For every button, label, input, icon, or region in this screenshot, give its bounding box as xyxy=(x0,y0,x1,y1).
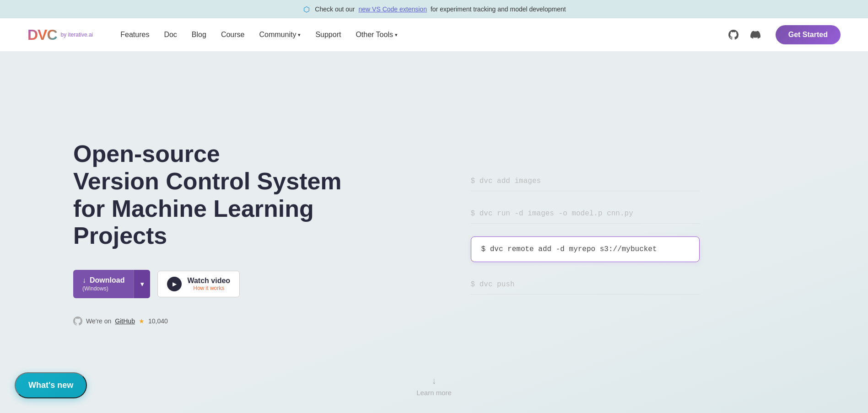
nav-course[interactable]: Course xyxy=(221,31,245,39)
terminal-line-4: $ dvc push xyxy=(471,275,700,295)
learn-more[interactable]: ↓ Learn more xyxy=(416,375,452,397)
nav-community[interactable]: Community ▾ xyxy=(259,31,301,39)
hero-left: Open-source Version Control System for M… xyxy=(73,140,348,326)
terminal-line-2: $ dvc run -d images -o model.p cnn.py xyxy=(471,204,700,224)
hero-section: Open-source Version Control System for M… xyxy=(0,51,868,413)
hero-right: $ dvc add images $ dvc run -d images -o … xyxy=(348,172,795,295)
whats-new-button[interactable]: What's new xyxy=(15,372,87,398)
community-chevron-icon: ▾ xyxy=(298,32,301,38)
nav-doc[interactable]: Doc xyxy=(164,31,177,39)
nav-support[interactable]: Support xyxy=(315,31,341,39)
github-octocat-icon xyxy=(73,316,82,326)
nav-links: Features Doc Blog Course Community ▾ Sup… xyxy=(120,31,726,39)
download-sublabel: (Windows) xyxy=(82,285,108,292)
hero-buttons: ↓ Download (Windows) ▾ ▶ Watch video How… xyxy=(73,270,348,298)
nav-other-tools[interactable]: Other Tools ▾ xyxy=(356,31,398,39)
github-icon-button[interactable] xyxy=(726,27,741,42)
terminal-line-3: $ dvc remote add -d myrepo s3://mybucket xyxy=(471,236,700,262)
star-count: 10,040 xyxy=(148,317,168,325)
logo-dvc: DVC xyxy=(27,27,57,43)
watch-video-button[interactable]: ▶ Watch video How it works xyxy=(157,271,240,297)
download-dropdown-arrow[interactable]: ▾ xyxy=(134,270,150,298)
github-stars: We're on GitHub ★ 10,040 xyxy=(73,316,348,326)
download-main: ↓ Download (Windows) xyxy=(73,270,134,298)
logo-link[interactable]: DVC by iterative.ai xyxy=(27,27,93,43)
download-button[interactable]: ↓ Download (Windows) ▾ xyxy=(73,270,150,298)
banner-text-after: for experiment tracking and model develo… xyxy=(431,5,566,13)
top-banner: ⬡ Check out our new VS Code extension fo… xyxy=(0,0,868,18)
vscode-icon: ⬡ xyxy=(302,5,311,14)
nav-icons: Get Started xyxy=(726,25,841,44)
github-link[interactable]: GitHub xyxy=(115,317,135,325)
watch-video-label: Watch video xyxy=(187,277,230,285)
watch-video-sub: How it works xyxy=(187,285,230,291)
play-icon: ▶ xyxy=(167,277,182,291)
learn-more-arrow-icon: ↓ xyxy=(432,375,437,386)
nav-features[interactable]: Features xyxy=(120,31,149,39)
terminal-line-1: $ dvc add images xyxy=(471,172,700,191)
star-icon: ★ xyxy=(139,317,145,325)
terminal-area: $ dvc add images $ dvc run -d images -o … xyxy=(471,172,700,295)
github-text: We're on xyxy=(86,317,111,325)
get-started-button[interactable]: Get Started xyxy=(776,25,841,44)
hero-title: Open-source Version Control System for M… xyxy=(73,140,348,250)
download-arrow-icon: ↓ xyxy=(82,276,86,284)
other-tools-chevron-icon: ▾ xyxy=(395,32,398,38)
navbar: DVC by iterative.ai Features Doc Blog Co… xyxy=(0,18,868,51)
logo-by: by iterative.ai xyxy=(61,32,93,38)
nav-blog[interactable]: Blog xyxy=(192,31,206,39)
watch-text: Watch video How it works xyxy=(187,277,230,291)
learn-more-label: Learn more xyxy=(416,389,452,397)
banner-link[interactable]: new VS Code extension xyxy=(359,5,427,13)
download-label: Download xyxy=(90,276,124,284)
discord-icon-button[interactable] xyxy=(748,27,763,42)
banner-text-before: Check out our xyxy=(315,5,355,13)
